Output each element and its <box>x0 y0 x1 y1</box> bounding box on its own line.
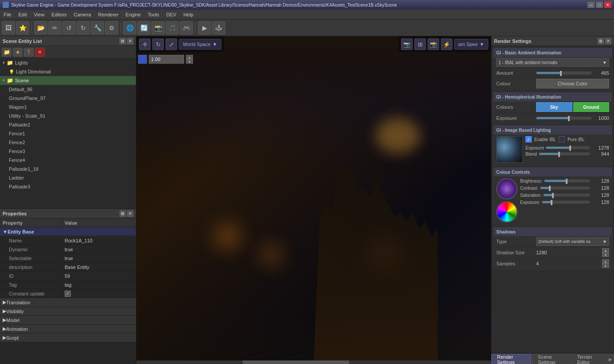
menu-editors[interactable]: Editors <box>48 10 70 19</box>
ibl-pure-checkbox[interactable] <box>559 136 565 142</box>
vp-cam-btn3[interactable]: 📸 <box>428 38 439 50</box>
tab-scene-settings[interactable]: Scene Settings <box>532 354 570 364</box>
sky-button[interactable]: Sky <box>536 102 572 112</box>
gi-hemi-exposure-slider[interactable] <box>536 117 591 119</box>
prop-section-model[interactable]: ▶ Model <box>0 316 136 325</box>
gi-hemi-exposure-thumb[interactable] <box>568 116 570 121</box>
toolbar-btn-1[interactable]: 🖼 <box>2 21 15 34</box>
entity-fence2[interactable]: Fence2 <box>0 138 136 147</box>
panel-pin-button[interactable]: ⊞ <box>120 38 126 44</box>
ibl-exposure-thumb[interactable] <box>569 146 571 151</box>
vp-move-btn[interactable]: ✛ <box>139 38 151 50</box>
entity-fence3[interactable]: Fence3 <box>0 147 136 156</box>
vp-worldspace-dropdown[interactable]: World Space ▼ <box>179 39 221 50</box>
ibl-blend-slider[interactable] <box>539 153 590 155</box>
menu-help[interactable]: Help <box>180 10 197 19</box>
tab-render-settings[interactable]: Render Settings <box>491 354 531 364</box>
choose-color-button[interactable]: Choose Color <box>536 79 609 88</box>
toolbar-btn-6[interactable]: ↻ <box>77 21 90 34</box>
gi-ibl-header[interactable]: GI - Image Based Lighting <box>494 126 612 134</box>
entity-fence1[interactable]: Fence1 <box>0 129 136 138</box>
color-value-input[interactable]: 1.00 <box>149 55 184 64</box>
entity-palisade3[interactable]: Palisade3 <box>0 182 136 191</box>
entity-ladder[interactable]: Ladder <box>0 173 136 182</box>
entity-light-directional[interactable]: 💡 Light Directional <box>0 67 136 76</box>
spinner-down-button[interactable]: ▼ <box>186 59 193 64</box>
toolbar-btn-3[interactable]: 📂 <box>34 21 47 34</box>
vp-cam-btn1[interactable]: 📷 <box>401 38 413 50</box>
ibl-enable-checkbox[interactable]: ✓ <box>525 136 532 142</box>
vp-cam-btn2[interactable]: ⊞ <box>414 38 426 50</box>
entity-star-btn[interactable]: ★ <box>13 48 23 57</box>
shadow-samples-down[interactable]: ▼ <box>602 264 609 268</box>
gi-amount-thumb[interactable] <box>560 71 562 76</box>
ibl-blend-thumb[interactable] <box>558 152 560 157</box>
prop-section-visibility[interactable]: ▶ Visibility <box>0 307 136 316</box>
entity-utility-scale91[interactable]: Utility - Scale_91 <box>0 111 136 120</box>
color-swatch[interactable] <box>138 55 147 64</box>
toolbar-btn-14[interactable]: ▶ <box>198 21 211 34</box>
toolbar-btn-9[interactable]: 🌐 <box>123 21 136 34</box>
gi-basic-header[interactable]: GI - Basic Ambient Illumination <box>494 48 612 57</box>
brightness-slider[interactable] <box>544 180 590 182</box>
saturation-thumb[interactable] <box>552 193 554 198</box>
maximize-button[interactable]: □ <box>596 2 603 8</box>
right-panel-pin[interactable]: ⊞ <box>598 38 604 44</box>
shadow-samples-up[interactable]: ▲ <box>602 259 609 264</box>
ground-button[interactable]: Ground <box>573 102 610 112</box>
prop-section-script[interactable]: ▶ Script <box>0 333 136 342</box>
tab-scroll-right[interactable]: ▶ <box>607 354 614 364</box>
brightness-thumb[interactable] <box>566 179 568 184</box>
contrast-thumb[interactable] <box>549 186 551 191</box>
contrast-slider[interactable] <box>540 187 590 189</box>
ibl-exposure-slider[interactable] <box>546 146 590 149</box>
colour-controls-header[interactable]: Colour Controls <box>494 168 612 176</box>
menu-edit[interactable]: Edit <box>15 10 31 19</box>
toolbar-btn-15[interactable]: 🕹 <box>212 21 225 34</box>
toolbar-btn-11[interactable]: 📸 <box>151 21 165 34</box>
toolbar-btn-10[interactable]: 🔄 <box>137 21 151 34</box>
entity-wagon1[interactable]: Wagon1 <box>0 103 136 111</box>
prop-section-entity-base[interactable]: ▼ Entity Base <box>0 227 136 236</box>
prop-close-button[interactable]: ✕ <box>127 211 133 217</box>
entity-default96[interactable]: Default_96 <box>0 85 136 94</box>
toolbar-btn-4[interactable]: ✏ <box>48 21 62 34</box>
toolbar-btn-13[interactable]: 🎮 <box>180 21 193 34</box>
menu-view[interactable]: View <box>31 10 48 19</box>
spinner-up-button[interactable]: ▲ <box>186 55 193 59</box>
gi-hemi-header[interactable]: GI - Hemispherical Illumination <box>494 92 612 101</box>
vp-scale-btn[interactable]: ⤢ <box>166 38 177 50</box>
shadow-size-up[interactable]: ▲ <box>602 248 609 253</box>
menu-tools[interactable]: Tools <box>144 10 163 19</box>
menu-renderer[interactable]: Renderer <box>95 10 122 19</box>
entity-palisade2[interactable]: Palisade2 <box>0 120 136 129</box>
toolbar-btn-8[interactable]: ⚙ <box>105 21 118 34</box>
vp-rotate-btn[interactable]: ↻ <box>152 38 164 50</box>
entity-groundplane97[interactable]: GroundPlane_97 <box>0 94 136 103</box>
vp-cam-btn4[interactable]: ⚡ <box>441 38 452 50</box>
prop-section-animation[interactable]: ▶ Animation <box>0 325 136 333</box>
right-panel-close[interactable]: ✕ <box>605 38 611 44</box>
entity-palisade118[interactable]: Palisade1_18 <box>0 165 136 173</box>
toolbar-btn-5[interactable]: ↺ <box>62 21 76 34</box>
saturation-slider[interactable] <box>543 194 590 196</box>
shadow-type-select[interactable]: (Default) Soft with variable sa ▼ <box>536 237 609 246</box>
entity-scene-group[interactable]: ▼ 📁 Scene <box>0 76 136 85</box>
viewport-scrollbar-thumb[interactable] <box>243 360 349 364</box>
menu-camera[interactable]: Camera <box>70 10 95 19</box>
toolbar-btn-7[interactable]: 🔧 <box>91 21 104 34</box>
shadow-size-down[interactable]: ▼ <box>602 253 609 257</box>
cc-exposure-slider[interactable] <box>542 201 590 203</box>
cc-exposure-thumb[interactable] <box>551 200 552 205</box>
entity-delete-btn[interactable]: ✕ <box>35 48 45 57</box>
menu-file[interactable]: File <box>0 10 15 19</box>
toolbar-btn-2[interactable]: ⭐ <box>16 21 29 34</box>
menu-engine[interactable]: Engine <box>122 10 144 19</box>
entity-fence4[interactable]: Fence4 <box>0 156 136 165</box>
entity-text-btn[interactable]: T <box>24 48 34 57</box>
menu-dev[interactable]: DEV <box>163 10 180 19</box>
panel-close-button[interactable]: ✕ <box>127 38 133 44</box>
viewport[interactable]: ✛ ↻ ⤢ World Space ▼ 📷 ⊞ 📸 ⚡ am Spee ▼ 1.… <box>136 36 491 364</box>
shadows-header[interactable]: Shadows <box>494 227 612 236</box>
toolbar-btn-12[interactable]: 🎵 <box>166 21 179 34</box>
